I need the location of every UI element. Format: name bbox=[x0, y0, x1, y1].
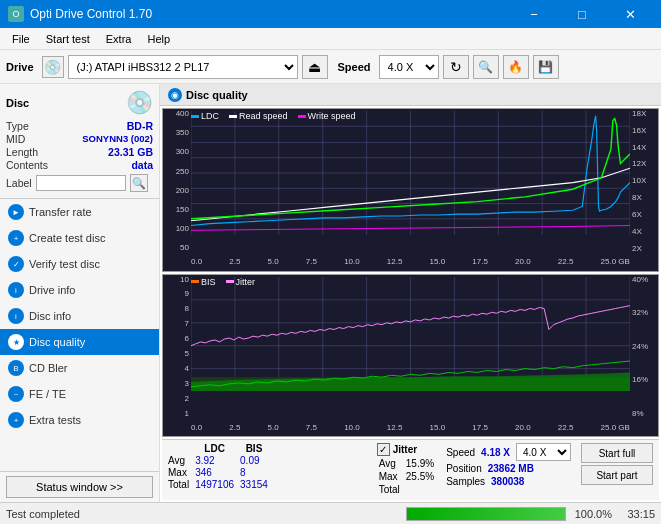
stats-area: LDC BIS Avg 3.92 0.09 Max 346 8 bbox=[162, 439, 659, 500]
drive-select[interactable]: (J:) ATAPI iHBS312 2 PL17 bbox=[68, 55, 298, 79]
sidebar: Disc 💿 Type BD-R MID SONYNN3 (002) Lengt… bbox=[0, 84, 160, 502]
length-label: Length bbox=[6, 146, 38, 158]
nav-item-create-test-disc[interactable]: + Create test disc bbox=[0, 225, 159, 251]
stats-ldc-header: LDC bbox=[195, 443, 240, 455]
nav-label-verify-test-disc: Verify test disc bbox=[29, 258, 100, 270]
progress-bar-container bbox=[406, 507, 566, 521]
ldc-legend-readspeed-label: Read speed bbox=[239, 111, 288, 121]
ldc-legend-writespeed-dot bbox=[298, 115, 306, 118]
disc-panel-title: Disc bbox=[6, 97, 29, 109]
stats-total-row: Total 1497106 33154 bbox=[168, 479, 274, 491]
app-title: Opti Drive Control 1.70 bbox=[30, 7, 152, 21]
eject-button[interactable]: ⏏ bbox=[302, 55, 328, 79]
label-button[interactable]: 🔍 bbox=[130, 174, 148, 192]
nav-label-transfer-rate: Transfer rate bbox=[29, 206, 92, 218]
bis-legend: BIS Jitter bbox=[191, 277, 255, 287]
jitter-checkbox[interactable]: ✓ bbox=[377, 443, 390, 456]
bis-y-axis-left: 10987654321 bbox=[163, 275, 191, 419]
progress-label: 100.0% bbox=[574, 508, 612, 520]
stats-jitter-avg-label: Avg bbox=[379, 458, 400, 469]
bis-legend-jitter-label: Jitter bbox=[236, 277, 256, 287]
toolbar: Drive 💿 (J:) ATAPI iHBS312 2 PL17 ⏏ Spee… bbox=[0, 50, 661, 84]
disc-panel: Disc 💿 Type BD-R MID SONYNN3 (002) Lengt… bbox=[0, 84, 159, 199]
stats-avg-label: Avg bbox=[168, 455, 195, 467]
stats-jitter-total-label: Total bbox=[379, 484, 400, 495]
speed-info-value: 4.18 X bbox=[481, 447, 510, 458]
fe-te-icon: ~ bbox=[8, 386, 24, 402]
menu-help[interactable]: Help bbox=[139, 31, 178, 47]
save-button[interactable]: 💾 bbox=[533, 55, 559, 79]
label-input[interactable] bbox=[36, 175, 126, 191]
ldc-legend-ldc-dot bbox=[191, 115, 199, 118]
menu-start-test[interactable]: Start test bbox=[38, 31, 98, 47]
start-part-button[interactable]: Start part bbox=[581, 465, 653, 485]
ldc-legend-readspeed-dot bbox=[229, 115, 237, 118]
minimize-button[interactable]: − bbox=[511, 0, 557, 28]
jitter-label: Jitter bbox=[393, 444, 417, 455]
disc-panel-icon: 💿 bbox=[126, 90, 153, 116]
length-value: 23.31 GB bbox=[108, 146, 153, 158]
stats-total-label: Total bbox=[168, 479, 195, 491]
nav-item-cd-bler[interactable]: B CD Bler bbox=[0, 355, 159, 381]
start-full-button[interactable]: Start full bbox=[581, 443, 653, 463]
bis-y-axis-right: 40%32%24%16%8% bbox=[630, 275, 658, 419]
stats-total-bis: 33154 bbox=[240, 479, 274, 491]
status-window-btn[interactable]: Status window >> bbox=[6, 476, 153, 498]
ldc-x-axis: 0.02.55.07.510.012.515.017.520.022.525.0… bbox=[191, 253, 630, 271]
bis-chart: BIS Jitter 10987654321 40%32%24%16%8% bbox=[162, 274, 659, 438]
action-buttons: Start full Start part bbox=[581, 443, 653, 485]
stats-jitter-avg: 15.9% bbox=[402, 458, 434, 469]
speed-info-select[interactable]: 4.0 X bbox=[516, 443, 571, 461]
transfer-rate-icon: ► bbox=[8, 204, 24, 220]
ldc-y-axis-left: 40035030025020015010050 bbox=[163, 109, 191, 253]
stats-bis-header: BIS bbox=[240, 443, 274, 455]
nav-item-verify-test-disc[interactable]: ✓ Verify test disc bbox=[0, 251, 159, 277]
chart-header: ◉ Disc quality bbox=[160, 84, 661, 106]
drive-info-icon: i bbox=[8, 282, 24, 298]
charts-container: LDC Read speed Write speed 4003503002502… bbox=[160, 106, 661, 502]
burn-button[interactable]: 🔥 bbox=[503, 55, 529, 79]
time-label: 33:15 bbox=[620, 508, 655, 520]
refresh-button[interactable]: ↻ bbox=[443, 55, 469, 79]
mid-label: MID bbox=[6, 133, 25, 145]
menu-extra[interactable]: Extra bbox=[98, 31, 140, 47]
nav-item-transfer-rate[interactable]: ► Transfer rate bbox=[0, 199, 159, 225]
speed-info: Speed 4.18 X 4.0 X Position 23862 MB Sam… bbox=[446, 443, 571, 487]
maximize-button[interactable]: □ bbox=[559, 0, 605, 28]
bis-legend-jitter-dot bbox=[226, 280, 234, 283]
nav-item-disc-info[interactable]: i Disc info bbox=[0, 303, 159, 329]
stats-max-label: Max bbox=[168, 467, 195, 479]
type-value: BD-R bbox=[127, 120, 153, 132]
status-bar: Test completed 100.0% 33:15 bbox=[0, 502, 661, 524]
stats-avg-ldc: 3.92 bbox=[195, 455, 240, 467]
nav-item-fe-te[interactable]: ~ FE / TE bbox=[0, 381, 159, 407]
position-value: 23862 MB bbox=[488, 463, 534, 474]
ldc-chart-svg bbox=[191, 111, 630, 235]
menu-file[interactable]: File bbox=[4, 31, 38, 47]
scan-button[interactable]: 🔍 bbox=[473, 55, 499, 79]
ldc-chart: LDC Read speed Write speed 4003503002502… bbox=[162, 108, 659, 272]
stats-table: LDC BIS Avg 3.92 0.09 Max 346 8 bbox=[168, 443, 367, 491]
speed-select[interactable]: 4.0 X bbox=[379, 55, 439, 79]
samples-value: 380038 bbox=[491, 476, 524, 487]
ldc-legend-writespeed-label: Write speed bbox=[308, 111, 356, 121]
label-label: Label bbox=[6, 177, 32, 189]
type-label: Type bbox=[6, 120, 29, 132]
stats-max-ldc: 346 bbox=[195, 467, 240, 479]
close-button[interactable]: ✕ bbox=[607, 0, 653, 28]
nav-label-extra-tests: Extra tests bbox=[29, 414, 81, 426]
nav-label-drive-info: Drive info bbox=[29, 284, 75, 296]
nav-label-disc-info: Disc info bbox=[29, 310, 71, 322]
ldc-y-axis-right: 18X16X14X12X10X8X6X4X2X bbox=[630, 109, 658, 253]
bis-legend-bis-label: BIS bbox=[201, 277, 216, 287]
stats-jitter-total bbox=[402, 484, 434, 495]
nav-item-disc-quality[interactable]: ★ Disc quality bbox=[0, 329, 159, 355]
jitter-section: ✓ Jitter Avg15.9% Max25.5% Total bbox=[377, 443, 436, 497]
content-area: ◉ Disc quality LDC Read speed bbox=[160, 84, 661, 502]
stats-avg-row: Avg 3.92 0.09 bbox=[168, 455, 274, 467]
verify-test-disc-icon: ✓ bbox=[8, 256, 24, 272]
disc-info-icon: i bbox=[8, 308, 24, 324]
nav-item-drive-info[interactable]: i Drive info bbox=[0, 277, 159, 303]
app-icon: O bbox=[8, 6, 24, 22]
nav-item-extra-tests[interactable]: + Extra tests bbox=[0, 407, 159, 433]
